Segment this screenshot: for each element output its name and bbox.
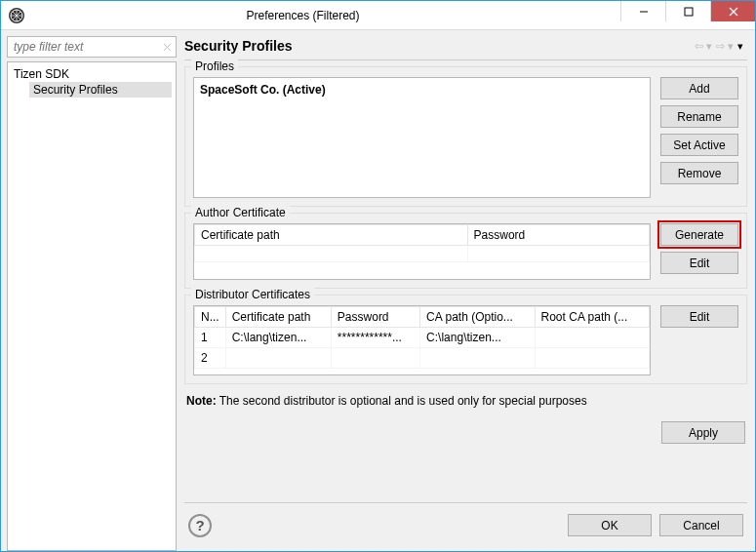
col-cert-path[interactable]: Certificate path xyxy=(195,225,468,246)
view-menu-icon[interactable]: ▾ xyxy=(737,40,743,53)
page-title: Security Profiles xyxy=(184,38,695,54)
col-dist-password[interactable]: Password xyxy=(331,307,419,328)
content-root: Tizen SDK Security Profiles Security Pro… xyxy=(1,30,755,551)
profile-entry[interactable]: SpaceSoft Co. (Active) xyxy=(198,82,646,98)
tree-item-tizen-sdk[interactable]: Tizen SDK xyxy=(12,66,172,82)
right-pane: Security Profiles ⇦ ▾ ⇨ ▾ ▾ Profiles Spa… xyxy=(182,36,749,551)
left-pane: Tizen SDK Security Profiles xyxy=(7,36,182,551)
col-password[interactable]: Password xyxy=(467,225,649,246)
distributor-table[interactable]: N... Certificate path Password CA path (… xyxy=(193,305,651,375)
col-num[interactable]: N... xyxy=(195,307,226,328)
window-title: Preferences (Filtered) xyxy=(24,9,620,22)
author-edit-button[interactable]: Edit xyxy=(660,252,738,274)
main-scroll: Profiles SpaceSoft Co. (Active) Add Rena… xyxy=(182,60,749,494)
forward-icon[interactable]: ⇨ ▾ xyxy=(716,40,734,53)
ok-button[interactable]: OK xyxy=(568,514,652,536)
set-active-button[interactable]: Set Active xyxy=(660,134,738,156)
author-cert-table[interactable]: Certificate path Password xyxy=(193,223,651,280)
bottom-bar: ? OK Cancel xyxy=(184,502,747,547)
maximize-button[interactable] xyxy=(665,1,710,21)
author-group-label: Author Certificate xyxy=(191,206,290,219)
help-icon[interactable]: ? xyxy=(188,514,212,537)
svg-rect-2 xyxy=(685,8,693,16)
profiles-list[interactable]: SpaceSoft Co. (Active) xyxy=(193,77,651,198)
app-icon xyxy=(9,8,24,23)
remove-button[interactable]: Remove xyxy=(660,162,738,184)
col-ca-path[interactable]: CA path (Optio... xyxy=(420,307,535,328)
distributor-certificates-group: Distributor Certificates N... Certificat… xyxy=(184,295,747,384)
profiles-group: Profiles SpaceSoft Co. (Active) Add Rena… xyxy=(184,66,747,207)
filter-input[interactable] xyxy=(12,39,163,55)
cancel-button[interactable]: Cancel xyxy=(659,514,743,536)
apply-button[interactable]: Apply xyxy=(661,421,745,444)
col-root-ca[interactable]: Root CA path (... xyxy=(535,307,649,328)
minimize-button[interactable] xyxy=(620,1,665,21)
table-row[interactable]: 1 C:\lang\tizen... ************... C:\la… xyxy=(195,328,650,348)
table-row[interactable]: 2 xyxy=(195,348,650,369)
header-nav: ⇦ ▾ ⇨ ▾ ▾ xyxy=(695,40,743,53)
author-certificate-group: Author Certificate Certificate path Pass… xyxy=(184,213,747,289)
author-password-cell[interactable] xyxy=(467,246,649,262)
add-button[interactable]: Add xyxy=(660,77,738,99)
close-button[interactable] xyxy=(710,1,755,21)
dist-edit-button[interactable]: Edit xyxy=(660,305,738,328)
nav-tree: Tizen SDK Security Profiles xyxy=(7,61,177,551)
window-controls xyxy=(620,1,755,21)
preferences-window: Preferences (Filtered) Tizen SDK Securit… xyxy=(0,0,756,552)
filter-box[interactable] xyxy=(7,36,177,58)
back-icon[interactable]: ⇦ ▾ xyxy=(695,40,712,53)
header-row: Security Profiles ⇦ ▾ ⇨ ▾ ▾ xyxy=(182,36,749,59)
note-text: Note: The second distributor is optional… xyxy=(184,390,747,415)
clear-filter-icon[interactable] xyxy=(163,40,172,54)
author-cert-path-cell[interactable] xyxy=(195,246,468,262)
rename-button[interactable]: Rename xyxy=(660,105,738,128)
generate-button[interactable]: Generate xyxy=(660,223,738,246)
dist-group-label: Distributor Certificates xyxy=(191,288,314,301)
tree-item-security-profiles[interactable]: Security Profiles xyxy=(29,82,172,98)
col-dist-cert-path[interactable]: Certificate path xyxy=(225,307,331,328)
profiles-group-label: Profiles xyxy=(191,59,238,73)
titlebar: Preferences (Filtered) xyxy=(1,1,755,30)
